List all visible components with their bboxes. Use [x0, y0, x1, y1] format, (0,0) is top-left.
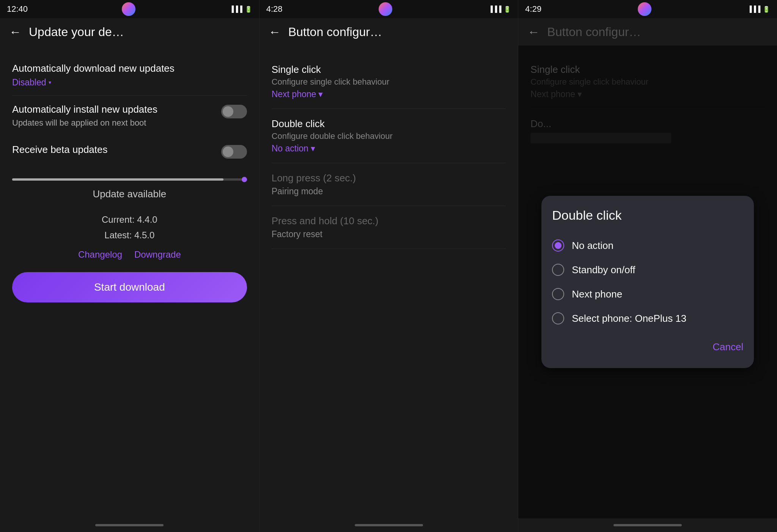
auto-download-dropdown-icon: ▾	[49, 79, 51, 85]
double-click-subtitle: Configure double click behaviour	[272, 131, 506, 141]
version-section: Current: 4.4.0 Latest: 4.5.0 Changelog D…	[12, 212, 247, 260]
radio-no-action[interactable]: No action	[552, 233, 743, 258]
double-click-dialog: Double click No action Standby on/off	[541, 196, 754, 368]
beta-updates-setting: Receive beta updates	[12, 136, 247, 166]
long-press-item: Long press (2 sec.) Pairing mode	[272, 163, 506, 206]
single-click-item[interactable]: Single click Configure single click beha…	[272, 55, 506, 109]
version-links: Changelog Downgrade	[12, 249, 247, 260]
start-download-button[interactable]: Start download	[12, 272, 247, 302]
app-icon-1	[122, 2, 135, 16]
back-button-3: ←	[527, 25, 539, 39]
home-indicator-2	[260, 518, 518, 532]
radio-circle-select-phone	[552, 312, 564, 324]
single-click-title: Single click	[272, 64, 506, 76]
press-hold-item: Press and hold (10 sec.) Factory reset	[272, 206, 506, 249]
auto-install-text: Automatically install new updates Update…	[12, 103, 221, 128]
top-bar-3: ← Button configur…	[518, 18, 777, 46]
app-icon-2	[379, 2, 392, 16]
back-button-2[interactable]: ←	[269, 25, 281, 39]
phone-3: 4:29 ▐▐▐ 🔋 ← Button configur… Single cli…	[518, 0, 777, 532]
status-right-1: ▐▐▐ 🔋	[230, 6, 252, 13]
auto-install-title: Automatically install new updates	[12, 103, 215, 116]
status-bar-1: 12:40 ▐▐▐ 🔋	[0, 0, 259, 18]
press-hold-value: Factory reset	[272, 229, 506, 239]
auto-download-setting[interactable]: Automatically download new updates Disab…	[12, 55, 247, 96]
home-indicator-3	[518, 518, 777, 532]
dialog-title: Double click	[552, 208, 743, 223]
radio-next-phone[interactable]: Next phone	[552, 282, 743, 306]
auto-install-setting: Automatically install new updates Update…	[12, 96, 247, 136]
status-right-2: ▐▐▐ 🔋	[488, 6, 511, 13]
downgrade-link[interactable]: Downgrade	[134, 249, 181, 260]
current-version: Current: 4.4.0	[12, 212, 247, 228]
status-center-1	[122, 2, 135, 16]
home-indicator-1	[0, 518, 259, 532]
status-center-3	[638, 2, 651, 16]
radio-label-no-action: No action	[572, 240, 613, 252]
radio-select-phone[interactable]: Select phone: OnePlus 13	[552, 306, 743, 331]
page-title-2: Button configur…	[288, 25, 382, 39]
home-bar-3	[613, 524, 682, 526]
status-right-3: ▐▐▐ 🔋	[747, 6, 770, 13]
long-press-value: Pairing mode	[272, 186, 506, 197]
home-bar-1	[95, 524, 164, 526]
auto-install-toggle[interactable]	[221, 105, 247, 118]
latest-version: Latest: 4.5.0	[12, 228, 247, 243]
top-bar-2: ← Button configur…	[260, 18, 518, 46]
page-title-1: Update your de…	[29, 25, 124, 39]
double-click-title: Double click	[272, 118, 506, 130]
status-bar-2: 4:28 ▐▐▐ 🔋	[260, 0, 518, 18]
dialog-overlay: Double click No action Standby on/off	[518, 46, 777, 518]
auto-download-value[interactable]: Disabled ▾	[12, 77, 247, 88]
time-3: 4:29	[525, 4, 541, 14]
time-1: 12:40	[7, 4, 28, 14]
single-click-subtitle: Configure single click behaviour	[272, 77, 506, 87]
signal-icon-3: ▐▐▐	[747, 6, 760, 13]
dialog-cancel-button[interactable]: Cancel	[713, 338, 743, 356]
battery-icon-1: 🔋	[245, 6, 252, 13]
radio-circle-no-action	[552, 239, 564, 252]
status-center-2	[379, 2, 392, 16]
progress-dot	[242, 177, 247, 182]
progress-fill	[12, 178, 223, 181]
phone-1: 12:40 ▐▐▐ 🔋 ← Update your de… Automatica…	[0, 0, 259, 532]
double-click-item[interactable]: Double click Configure double click beha…	[272, 109, 506, 163]
radio-inner-no-action	[555, 242, 562, 249]
page-title-3: Button configur…	[547, 25, 641, 39]
progress-label: Update available	[93, 188, 166, 200]
status-bar-3: 4:29 ▐▐▐ 🔋	[518, 0, 777, 18]
beta-updates-text: Receive beta updates	[12, 143, 221, 156]
battery-icon-3: 🔋	[763, 6, 770, 13]
auto-install-toggle-knob	[223, 106, 233, 117]
back-button-1[interactable]: ←	[9, 25, 21, 39]
radio-standby[interactable]: Standby on/off	[552, 258, 743, 282]
beta-updates-title: Receive beta updates	[12, 143, 215, 156]
single-click-value[interactable]: Next phone ▾	[272, 89, 506, 99]
beta-updates-toggle-knob	[223, 146, 233, 157]
dialog-cancel-row: Cancel	[552, 338, 743, 356]
time-2: 4:28	[266, 4, 283, 14]
auto-install-subtitle: Updates will be applied on next boot	[12, 118, 215, 129]
progress-section: Update available	[12, 178, 247, 200]
screen-content-3: Single click Configure single click beha…	[518, 46, 777, 518]
top-bar-1: ← Update your de…	[0, 18, 259, 46]
double-click-dropdown-icon: ▾	[311, 143, 315, 154]
double-click-value[interactable]: No action ▾	[272, 143, 506, 154]
single-click-dropdown-icon: ▾	[318, 89, 323, 99]
auto-download-title: Automatically download new updates	[12, 62, 247, 75]
signal-icon-1: ▐▐▐	[230, 6, 242, 13]
press-hold-title: Press and hold (10 sec.)	[272, 215, 506, 227]
progress-track	[12, 178, 247, 181]
radio-label-select-phone: Select phone: OnePlus 13	[572, 313, 686, 324]
beta-updates-toggle[interactable]	[221, 145, 247, 159]
signal-icon-2: ▐▐▐	[488, 6, 501, 13]
radio-label-next-phone: Next phone	[572, 288, 622, 300]
changelog-link[interactable]: Changelog	[78, 249, 122, 260]
battery-icon-2: 🔋	[503, 6, 511, 13]
screen-content-2: Single click Configure single click beha…	[260, 46, 518, 518]
app-icon-3	[638, 2, 651, 16]
radio-circle-next-phone	[552, 288, 564, 300]
long-press-title: Long press (2 sec.)	[272, 172, 506, 184]
radio-circle-standby	[552, 264, 564, 276]
phone-2: 4:28 ▐▐▐ 🔋 ← Button configur… Single cli…	[259, 0, 518, 532]
